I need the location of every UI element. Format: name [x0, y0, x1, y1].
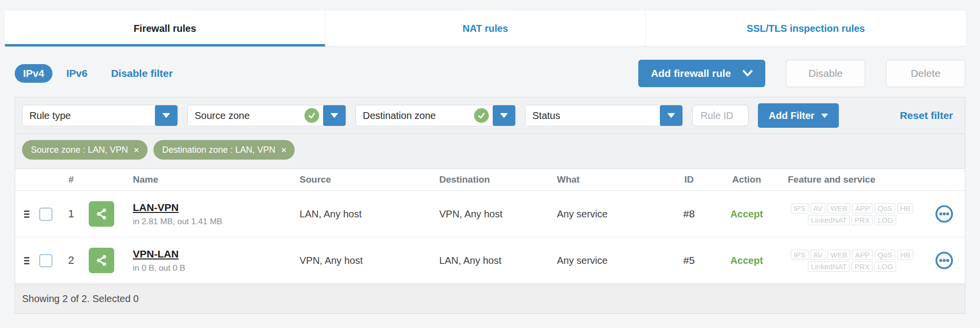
tab-nat-rules[interactable]: NAT rules — [326, 11, 646, 46]
tab-label: Firewall rules — [133, 23, 196, 34]
dropdown-arrow-icon — [323, 105, 346, 126]
tab-label: SSL/TLS inspection rules — [747, 23, 865, 34]
add-firewall-rule-button[interactable]: Add firewall rule — [638, 60, 765, 87]
rule-source: LAN, Any host — [286, 209, 426, 220]
table-header: # Name Source Destination What ID Action… — [15, 169, 965, 191]
rule-destination: LAN, Any host — [426, 255, 543, 266]
filter-chips-row: Source zone : LAN, VPN ✕ Destination zon… — [15, 134, 965, 169]
header-num: # — [58, 174, 84, 185]
delete-button[interactable]: Delete — [886, 60, 965, 87]
rule-id: #8 — [666, 208, 712, 220]
status-dropdown[interactable]: Status — [525, 105, 683, 126]
header-feature-and-service: Feature and service — [781, 174, 923, 185]
badge-log: LOG — [875, 261, 896, 272]
rule-name-link[interactable]: VPN-LAN — [133, 248, 178, 260]
add-filter-label: Add Filter — [769, 110, 814, 121]
rule-source: VPN, Any host — [286, 255, 426, 266]
toolbar: IPv4 IPv6 Disable filter Add firewall ru… — [15, 59, 965, 87]
dropdown-arrow-icon — [493, 105, 515, 126]
row-checkbox[interactable] — [39, 208, 52, 221]
badge-qos: QoS — [875, 203, 895, 213]
dropdown-arrow-icon — [660, 105, 682, 126]
check-circle-icon — [304, 108, 319, 123]
feature-badges: IPS AV WEB APP QoS HB LinkedNAT PRX LOG — [781, 250, 923, 272]
tab-bar: Firewall rules NAT rules SSL/TLS inspect… — [5, 11, 966, 47]
rule-action: Accept — [712, 209, 781, 220]
rule-action: Accept — [712, 255, 781, 266]
table-footer-status: Showing 2 of 2. Selected 0 — [15, 284, 965, 313]
dropdown-label: Source zone — [188, 110, 304, 121]
rule-id-input[interactable] — [692, 105, 749, 126]
rule-group-icon — [89, 248, 114, 273]
badge-web: WEB — [828, 250, 850, 260]
add-firewall-rule-label: Add firewall rule — [651, 68, 731, 79]
source-zone-dropdown[interactable]: Source zone — [187, 105, 346, 126]
badge-app: APP — [852, 203, 873, 213]
filter-row: Rule type Source zone Destination zone S… — [15, 97, 965, 134]
badge-ips: IPS — [791, 203, 808, 213]
rule-traffic: in 2.81 MB, out 1.41 MB — [133, 217, 286, 227]
chip-label: Destination zone : LAN, VPN — [162, 145, 276, 155]
row-number: 2 — [58, 254, 84, 267]
badge-hb: HB — [897, 203, 913, 213]
rule-type-dropdown[interactable]: Rule type — [22, 105, 178, 126]
chevron-down-icon — [821, 114, 828, 118]
badge-prx: PRX — [852, 215, 873, 225]
disable-button[interactable]: Disable — [786, 60, 865, 87]
reset-filter-link[interactable]: Reset filter — [900, 110, 958, 121]
header-name: Name — [119, 174, 286, 185]
row-menu-ellipsis-icon[interactable] — [934, 251, 954, 270]
add-filter-button[interactable]: Add Filter — [758, 103, 839, 128]
row-menu-ellipsis-icon[interactable] — [934, 204, 954, 224]
badge-app: APP — [852, 250, 873, 260]
tab-label: NAT rules — [463, 23, 508, 34]
badge-av: AV — [810, 250, 826, 260]
table-row: 2 VPN-LAN in 0 B, out 0 B VPN, Any host … — [15, 237, 965, 284]
badge-prx: PRX — [852, 261, 873, 272]
badge-log: LOG — [875, 215, 896, 225]
rule-what: Any service — [543, 209, 666, 220]
rule-name-link[interactable]: LAN-VPN — [133, 202, 178, 213]
dropdown-label: Destination zone — [356, 110, 474, 121]
chip-label: Source zone : LAN, VPN — [31, 145, 128, 155]
rule-group-icon — [89, 201, 114, 227]
rule-traffic: in 0 B, out 0 B — [133, 263, 286, 273]
header-what: What — [543, 174, 666, 185]
badge-av: AV — [810, 203, 826, 213]
drag-handle-icon[interactable] — [15, 257, 33, 264]
drag-handle-icon[interactable] — [15, 211, 33, 218]
ipv4-toggle[interactable]: IPv4 — [15, 64, 52, 83]
header-source: Source — [286, 174, 426, 185]
disable-filter-link[interactable]: Disable filter — [111, 68, 173, 79]
chevron-down-icon — [743, 70, 753, 77]
badge-hb: HB — [897, 250, 913, 260]
tab-firewall-rules[interactable]: Firewall rules — [5, 11, 326, 46]
tab-ssl-tls-inspection-rules[interactable]: SSL/TLS inspection rules — [646, 11, 966, 46]
badge-ips: IPS — [791, 250, 808, 260]
dropdown-label: Status — [526, 110, 660, 121]
row-checkbox[interactable] — [39, 254, 52, 267]
filter-chip-destination-zone: Destination zone : LAN, VPN ✕ — [153, 140, 295, 160]
check-circle-icon — [474, 108, 489, 123]
destination-zone-dropdown[interactable]: Destination zone — [355, 105, 516, 126]
close-icon[interactable]: ✕ — [281, 146, 287, 154]
toolbar-actions: Add firewall rule Disable Delete — [638, 60, 965, 87]
badge-web: WEB — [828, 203, 850, 213]
rule-id: #5 — [666, 255, 712, 266]
badge-qos: QoS — [875, 250, 895, 260]
rule-what: Any service — [543, 255, 666, 266]
header-destination: Destination — [426, 174, 543, 185]
table-row: 1 LAN-VPN in 2.81 MB, out 1.41 MB LAN, A… — [15, 191, 965, 237]
close-icon[interactable]: ✕ — [133, 146, 140, 154]
filter-chip-source-zone: Source zone : LAN, VPN ✕ — [22, 140, 148, 160]
firewall-rules-panel: Rule type Source zone Destination zone S… — [15, 97, 965, 314]
row-number: 1 — [58, 208, 84, 220]
header-id: ID — [666, 174, 712, 185]
ipv6-toggle[interactable]: IPv6 — [66, 68, 87, 79]
feature-badges: IPS AV WEB APP QoS HB LinkedNAT PRX LOG — [781, 203, 923, 225]
header-action: Action — [712, 174, 781, 185]
dropdown-arrow-icon — [155, 105, 177, 126]
badge-linkednat: LinkedNAT — [808, 215, 850, 225]
badge-linkednat: LinkedNAT — [808, 261, 850, 272]
dropdown-label: Rule type — [23, 110, 155, 121]
